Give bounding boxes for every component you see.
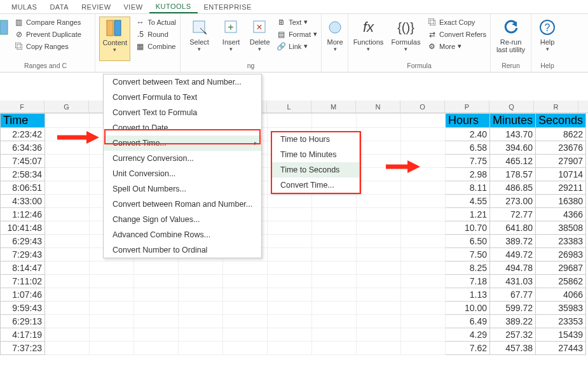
col-header-G[interactable]: G [44, 101, 89, 113]
cell-seconds-6[interactable]: 4366 [536, 208, 586, 221]
col-header-R[interactable]: R [534, 101, 578, 113]
cell-blank[interactable] [312, 248, 357, 261]
cell-blank[interactable] [90, 315, 134, 328]
cell-blank[interactable] [357, 261, 401, 275]
cell-blank[interactable] [45, 261, 90, 275]
cell-blank[interactable] [312, 261, 357, 275]
cell-seconds-13[interactable]: 35983 [536, 302, 586, 315]
cell-seconds-7[interactable]: 38508 [536, 221, 586, 235]
cell-blank[interactable] [312, 235, 357, 248]
cell-blank[interactable] [268, 342, 312, 355]
cell-time-16[interactable]: 7:37:23 [1, 342, 45, 355]
cell-hours-5[interactable]: 4.55 [446, 195, 490, 208]
convert-refers-button[interactable]: ⇄Convert Refers [427, 29, 486, 39]
cell-seconds-3[interactable]: 10714 [536, 168, 586, 181]
cell-blank[interactable] [45, 248, 90, 261]
prevent-duplicate-button[interactable]: ⊘Prevent Duplicate [14, 29, 81, 39]
cell-hours-16[interactable]: 7.62 [446, 342, 490, 355]
cell-blank[interactable] [45, 315, 90, 328]
submenu-convert-time[interactable]: Convert Time... [271, 178, 359, 193]
cell-blank[interactable] [90, 261, 134, 275]
cell-blank[interactable] [134, 328, 179, 342]
round-button[interactable]: .5Round [135, 29, 176, 39]
cell-blank[interactable] [223, 275, 268, 288]
to-actual-button[interactable]: ↔To Actual [135, 17, 176, 27]
cell-blank[interactable] [312, 114, 357, 128]
cell-blank[interactable] [268, 221, 312, 235]
copy-ranges-button[interactable]: ⿻Copy Ranges [14, 41, 81, 52]
cell-blank[interactable] [179, 275, 223, 288]
cell-blank[interactable] [312, 208, 357, 221]
cell-minutes-8[interactable]: 389.72 [490, 235, 536, 248]
cell-hours-8[interactable]: 6.50 [446, 235, 490, 248]
select-button[interactable]: Select▾ [184, 17, 214, 61]
cell-blank[interactable] [268, 302, 312, 315]
menu-convert-time[interactable]: Convert Time...▸ [104, 136, 261, 151]
cell-minutes-2[interactable]: 465.12 [490, 155, 536, 168]
submenu-time-to-hours[interactable]: Time to Hours [271, 132, 359, 147]
cell-blank[interactable] [45, 235, 90, 248]
cell-time-0[interactable]: 2:23:42 [1, 128, 45, 141]
cell-seconds-1[interactable]: 23676 [536, 141, 586, 155]
cell-minutes-3[interactable]: 178.57 [490, 168, 536, 181]
tab-view[interactable]: VIEW [118, 1, 149, 13]
menu-roman[interactable]: Convert between Roman and Number... [104, 197, 261, 212]
cell-seconds-11[interactable]: 25862 [536, 275, 586, 288]
cell-minutes-4[interactable]: 486.85 [490, 181, 536, 195]
cell-blank[interactable] [401, 141, 446, 155]
cell-blank[interactable] [401, 288, 446, 302]
cell-blank[interactable] [401, 235, 446, 248]
cell-hours-7[interactable]: 10.70 [446, 221, 490, 235]
cell-blank[interactable] [401, 261, 446, 275]
cell-minutes-0[interactable]: 143.70 [490, 128, 536, 141]
menu-text-to-formula[interactable]: Convert Text to Formula [104, 105, 261, 120]
cell-seconds-5[interactable]: 16380 [536, 195, 586, 208]
cell-header-minutes[interactable]: Minutes [490, 114, 536, 128]
cell-time-8[interactable]: 6:29:43 [1, 235, 45, 248]
cell-blank[interactable] [312, 328, 357, 342]
cell-blank[interactable] [312, 275, 357, 288]
cell-seconds-14[interactable]: 23353 [536, 315, 586, 328]
submenu-time-to-seconds[interactable]: Time to Seconds [271, 162, 359, 178]
cell-blank[interactable] [179, 328, 223, 342]
cell-hours-9[interactable]: 7.50 [446, 248, 490, 261]
cell-blank[interactable] [401, 302, 446, 315]
cell-seconds-9[interactable]: 26983 [536, 248, 586, 261]
cell-blank[interactable] [401, 275, 446, 288]
cell-time-15[interactable]: 4:17:19 [1, 328, 45, 342]
col-header-M[interactable]: M [311, 101, 356, 113]
cell-blank[interactable] [312, 315, 357, 328]
cell-blank[interactable] [45, 221, 90, 235]
menu-convert-text-number[interactable]: Convert between Text and Number... [104, 74, 261, 90]
cell-minutes-1[interactable]: 394.60 [490, 141, 536, 155]
insert-button[interactable]: + Insert▾ [219, 17, 243, 61]
cell-blank[interactable] [357, 328, 401, 342]
cell-hours-2[interactable]: 7.75 [446, 155, 490, 168]
cell-blank[interactable] [179, 261, 223, 275]
cell-time-13[interactable]: 9:59:43 [1, 302, 45, 315]
cell-minutes-5[interactable]: 273.00 [490, 195, 536, 208]
cell-blank[interactable] [45, 302, 90, 315]
cell-blank[interactable] [45, 208, 90, 221]
cell-blank[interactable] [45, 168, 90, 181]
cell-blank[interactable] [357, 128, 401, 141]
cell-seconds-2[interactable]: 27907 [536, 155, 586, 168]
cell-blank[interactable] [357, 248, 401, 261]
cell-minutes-12[interactable]: 67.77 [490, 288, 536, 302]
cell-minutes-15[interactable]: 257.32 [490, 328, 536, 342]
menu-currency[interactable]: Currency Conversion... [104, 151, 261, 166]
more-formula-button[interactable]: ⚙More ▾ [427, 41, 486, 52]
cell-seconds-12[interactable]: 4066 [536, 288, 586, 302]
cell-blank[interactable] [401, 342, 446, 355]
cell-blank[interactable] [357, 342, 401, 355]
cell-blank[interactable] [179, 342, 223, 355]
cell-minutes-9[interactable]: 449.72 [490, 248, 536, 261]
cell-hours-6[interactable]: 1.21 [446, 208, 490, 221]
cell-blank[interactable] [45, 275, 90, 288]
cell-blank[interactable] [223, 261, 268, 275]
cell-hours-4[interactable]: 8.11 [446, 181, 490, 195]
cell-blank[interactable] [357, 275, 401, 288]
cell-time-1[interactable]: 6:34:36 [1, 141, 45, 155]
cell-minutes-7[interactable]: 641.80 [490, 221, 536, 235]
cell-blank[interactable] [401, 328, 446, 342]
